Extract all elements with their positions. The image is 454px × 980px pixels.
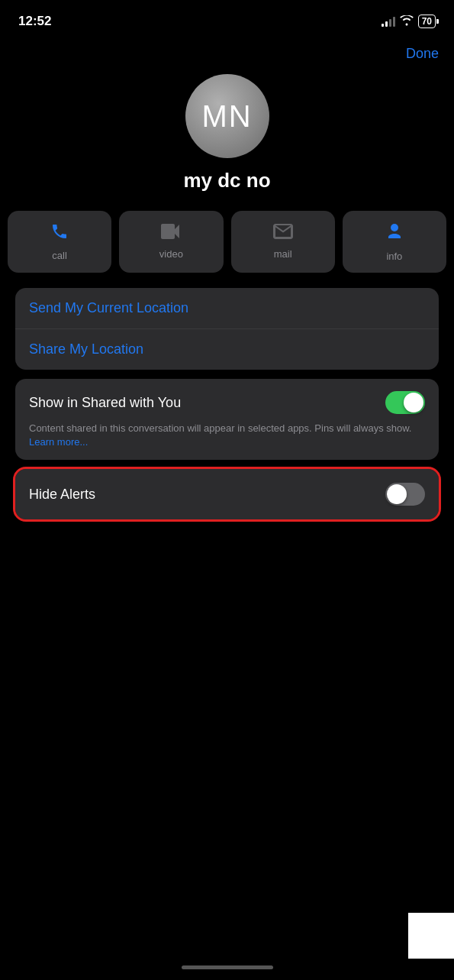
status-bar: 12:52 70 — [0, 0, 454, 38]
toggle-thumb-hide-alerts — [387, 484, 407, 504]
video-button[interactable]: video — [119, 211, 223, 273]
learn-more-link[interactable]: Learn more... — [29, 436, 88, 448]
battery-level: 70 — [422, 16, 432, 27]
hide-alerts-toggle[interactable] — [385, 483, 425, 506]
done-button-row: Done — [0, 38, 454, 74]
mail-button[interactable]: mail — [231, 211, 335, 273]
shared-with-you-label: Show in Shared with You — [29, 395, 181, 411]
info-label: info — [386, 251, 402, 262]
call-button[interactable]: call — [8, 211, 111, 273]
avatar-initials: MN — [201, 99, 252, 134]
signal-icon — [382, 16, 395, 27]
call-icon — [50, 222, 69, 245]
shared-with-you-card: Show in Shared with You Content shared i… — [15, 379, 439, 460]
location-section: Send My Current Location Share My Locati… — [0, 288, 454, 519]
mail-icon — [273, 224, 293, 244]
status-time: 12:52 — [18, 14, 51, 29]
info-person-icon — [385, 222, 404, 246]
battery-icon: 70 — [418, 15, 436, 28]
toggle-thumb-shared — [404, 393, 423, 412]
home-indicator — [182, 965, 273, 969]
watermark — [408, 913, 454, 959]
location-card: Send My Current Location Share My Locati… — [15, 288, 439, 370]
done-button[interactable]: Done — [406, 46, 439, 62]
share-location-label: Share My Location — [29, 341, 143, 357]
info-button[interactable]: info — [343, 211, 446, 273]
status-icons: 70 — [382, 15, 436, 28]
call-label: call — [52, 250, 67, 261]
hide-alerts-card: Hide Alerts — [15, 469, 439, 519]
action-buttons-row: call video mail info — [8, 211, 446, 273]
send-location-label: Send My Current Location — [29, 300, 188, 316]
share-location-row[interactable]: Share My Location — [15, 328, 439, 370]
send-location-row[interactable]: Send My Current Location — [15, 288, 439, 328]
video-label: video — [159, 248, 183, 260]
svg-point-0 — [391, 224, 398, 231]
wifi-icon — [400, 15, 414, 28]
mail-label: mail — [274, 248, 292, 260]
shared-with-you-toggle[interactable] — [385, 391, 425, 414]
video-icon — [161, 224, 181, 244]
shared-with-you-row: Show in Shared with You — [29, 391, 425, 414]
shared-with-you-description: Content shared in this conversation will… — [29, 422, 425, 449]
avatar-section: MN my dc no — [0, 74, 454, 192]
avatar: MN — [185, 74, 269, 158]
hide-alerts-label: Hide Alerts — [29, 487, 95, 503]
contact-name: my dc no — [183, 169, 270, 192]
